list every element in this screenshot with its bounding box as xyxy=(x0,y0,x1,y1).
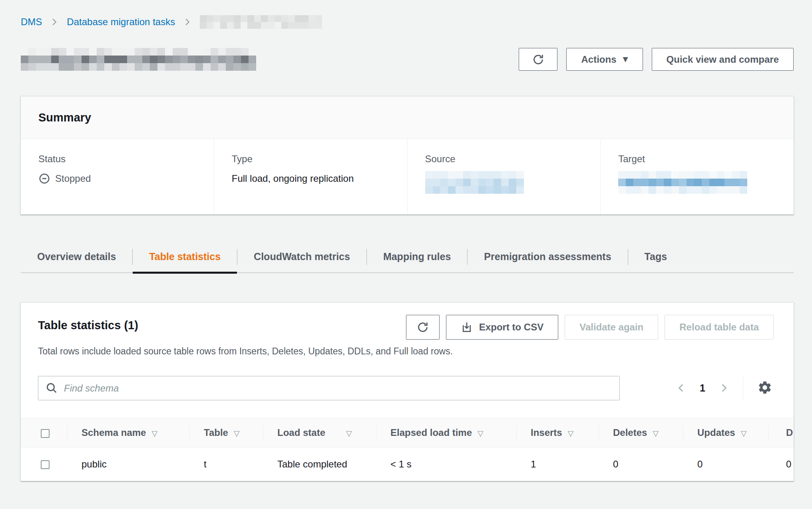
search-icon xyxy=(45,382,58,394)
tab-tags[interactable]: Tags xyxy=(628,241,684,272)
reload-table-data-button[interactable]: Reload table data xyxy=(665,315,774,340)
next-page-button[interactable] xyxy=(718,382,730,395)
sort-icon[interactable] xyxy=(653,429,659,437)
reload-table-data-label: Reload table data xyxy=(679,322,759,333)
task-detail-tabs: Overview details Table statistics CloudW… xyxy=(21,241,794,273)
sort-icon[interactable] xyxy=(234,429,240,437)
column-header-load-state[interactable]: Load state xyxy=(263,418,376,447)
summary-field-source: Source xyxy=(407,139,601,215)
current-page-number: 1 xyxy=(700,382,705,394)
cell-schema-name: public xyxy=(67,447,189,481)
column-header-table[interactable]: Table xyxy=(189,418,263,447)
table-statistics-buttons: Export to CSV Validate again Reload tabl… xyxy=(406,315,774,340)
cell-load-state: Table completed xyxy=(263,447,376,481)
sort-icon[interactable] xyxy=(741,429,747,437)
minus-circle-icon xyxy=(38,173,50,185)
sort-icon[interactable] xyxy=(151,429,157,437)
column-label: Deletes xyxy=(613,427,647,438)
caret-down-icon: ▼ xyxy=(623,56,628,63)
chevron-right-icon xyxy=(719,382,729,394)
column-header-inserts[interactable]: Inserts xyxy=(516,418,599,447)
sort-icon[interactable] xyxy=(568,429,574,437)
download-icon xyxy=(461,321,473,333)
schema-search xyxy=(38,376,620,400)
cell-inserts: 1 xyxy=(516,447,599,481)
page-header: Actions ▼ Quick view and compare xyxy=(21,48,794,71)
sort-icon[interactable] xyxy=(346,429,352,437)
refresh-button[interactable] xyxy=(519,48,557,71)
redacted-source-endpoint[interactable] xyxy=(425,171,524,194)
column-divider xyxy=(263,425,263,440)
type-label: Type xyxy=(232,153,390,165)
table-statistics-panel: Table statistics (1) Export to CSV Valid… xyxy=(21,302,794,481)
column-label: Schema name xyxy=(82,427,146,438)
column-header-elapsed-load-time[interactable]: Elapsed load time xyxy=(376,418,516,447)
select-all-checkbox[interactable] xyxy=(41,429,50,438)
refresh-icon xyxy=(416,321,429,334)
sort-icon[interactable] xyxy=(478,429,484,437)
redacted-target-endpoint[interactable] xyxy=(618,171,747,194)
column-divider xyxy=(516,425,517,440)
find-schema-input[interactable] xyxy=(38,376,620,400)
tab-premigration-assessments[interactable]: Premigration assessments xyxy=(468,241,627,272)
summary-header: Summary xyxy=(21,97,794,139)
validate-again-label: Validate again xyxy=(579,322,643,333)
tab-cloudwatch-metrics[interactable]: CloudWatch metrics xyxy=(237,241,366,272)
table-statistics-title: Table statistics (1) xyxy=(38,315,138,332)
export-to-csv-button[interactable]: Export to CSV xyxy=(446,315,558,340)
previous-page-button[interactable] xyxy=(675,382,687,395)
refresh-icon xyxy=(532,53,545,66)
chevron-left-icon xyxy=(676,382,686,394)
source-value xyxy=(425,171,583,194)
cell-elapsed-load-time: < 1 s xyxy=(376,447,516,481)
chevron-right-icon xyxy=(183,16,192,28)
export-to-csv-label: Export to CSV xyxy=(479,322,543,333)
table-statistics-header: Table statistics (1) Export to CSV Valid… xyxy=(21,303,794,340)
summary-field-type: Type Full load, ongoing replication xyxy=(214,139,407,215)
column-header-schema-name[interactable]: Schema name xyxy=(67,418,189,447)
column-label: Updates xyxy=(697,427,735,438)
chevron-right-icon xyxy=(50,16,59,28)
breadcrumb-link-dms[interactable]: DMS xyxy=(21,16,42,28)
table-refresh-button[interactable] xyxy=(406,315,440,340)
table-statistics-table: Schema name Table Load state Elapsed loa… xyxy=(21,418,794,481)
table-toolbar: 1 xyxy=(38,376,774,400)
column-label: Load state xyxy=(277,427,325,438)
type-value: Full load, ongoing replication xyxy=(232,171,390,186)
tab-overview-details[interactable]: Overview details xyxy=(21,241,132,272)
table-statistics-description: Total rows include loaded source table r… xyxy=(38,346,776,357)
column-header-updates[interactable]: Updates xyxy=(683,418,768,447)
row-checkbox[interactable] xyxy=(41,460,50,469)
status-text: Stopped xyxy=(55,173,91,184)
column-label: Elapsed load time xyxy=(390,427,472,438)
column-divider xyxy=(683,425,683,440)
quick-view-and-compare-button[interactable]: Quick view and compare xyxy=(652,48,794,71)
actions-button-label: Actions xyxy=(581,54,616,65)
dms-task-page: DMS Database migration tasks Actions ▼ Q… xyxy=(21,0,794,481)
tab-mapping-rules[interactable]: Mapping rules xyxy=(367,241,467,272)
table-settings-button[interactable] xyxy=(756,380,774,397)
summary-panel: Summary Status Stopped Type Full load, o… xyxy=(21,96,794,215)
table-row[interactable]: public t Table completed < 1 s 1 0 0 0 xyxy=(21,447,794,481)
column-divider xyxy=(376,425,376,440)
column-header-deletes[interactable]: Deletes xyxy=(599,418,683,447)
column-header-clipped[interactable]: D xyxy=(768,418,794,447)
column-label: Inserts xyxy=(531,427,562,438)
validate-again-button[interactable]: Validate again xyxy=(565,315,658,340)
redacted-page-title xyxy=(21,48,256,71)
breadcrumb-link-migration-tasks[interactable]: Database migration tasks xyxy=(67,16,175,28)
summary-field-status: Status Stopped xyxy=(21,139,214,215)
type-text: Full load, ongoing replication xyxy=(232,173,354,184)
tab-label: CloudWatch metrics xyxy=(254,251,350,262)
breadcrumb-redacted-task-name xyxy=(200,15,322,29)
tab-table-statistics[interactable]: Table statistics xyxy=(133,241,237,272)
breadcrumb: DMS Database migration tasks xyxy=(21,0,794,29)
target-label: Target xyxy=(618,153,776,165)
header-actions: Actions ▼ Quick view and compare xyxy=(519,48,794,71)
pagination-divider xyxy=(743,377,743,400)
source-label: Source xyxy=(425,153,583,165)
actions-button[interactable]: Actions ▼ xyxy=(566,48,643,71)
status-value: Stopped xyxy=(38,171,196,186)
column-label: Table xyxy=(204,427,228,438)
quick-view-label: Quick view and compare xyxy=(667,54,779,65)
